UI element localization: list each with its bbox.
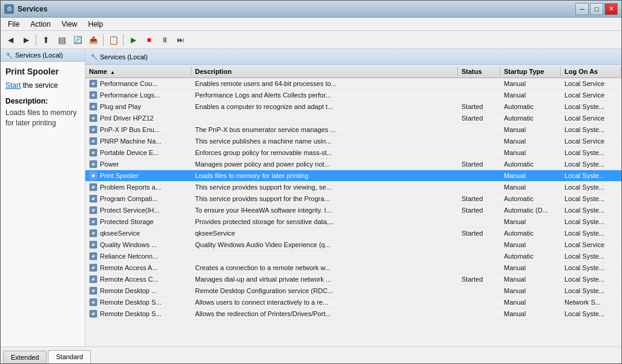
cell-name: Power (85, 159, 191, 169)
cell-name: Remote Desktop S... (85, 297, 191, 307)
cell-description: Provides protected storage for sensitive… (191, 217, 458, 226)
cell-startup: Manual (500, 171, 561, 180)
start-service-suffix: the service (21, 81, 58, 90)
selected-service-title: Print Spooler (5, 67, 80, 76)
table-row[interactable]: qkseeService qkseeService Started Automa… (85, 228, 621, 239)
cell-status (458, 187, 500, 188)
cell-logon: Local Service (561, 79, 621, 88)
stop-service-button[interactable]: ■ (142, 33, 156, 47)
menu-action[interactable]: Action (25, 19, 55, 30)
cell-startup: Manual (500, 286, 561, 295)
col-header-name[interactable]: Name ▲ (85, 67, 191, 76)
cell-status (458, 129, 500, 130)
cell-status: Started (458, 206, 500, 214)
cell-status (458, 221, 500, 222)
up-button[interactable]: ⬆ (39, 33, 53, 47)
left-panel-title: Services (Local) (15, 51, 63, 59)
tab-extended[interactable]: Extended (3, 351, 47, 363)
maximize-button[interactable]: □ (590, 3, 603, 15)
main-area: 🔧 Services (Local) Print Spooler Start t… (1, 49, 621, 346)
col-header-description[interactable]: Description (191, 67, 458, 76)
back-button[interactable]: ◀ (3, 33, 18, 47)
cell-status (458, 313, 500, 314)
table-row[interactable]: Plug and Play Enables a computer to reco… (85, 101, 621, 113)
start-service-button[interactable]: ▶ (126, 33, 141, 47)
cell-description: This service provides support for the Pr… (191, 194, 458, 203)
col-header-startup[interactable]: Startup Type (500, 67, 561, 76)
cell-startup: Manual (500, 275, 561, 283)
pause-service-button[interactable]: ⏸ (157, 33, 172, 47)
cell-status: Started (458, 229, 500, 237)
table-row[interactable]: Performance Cou... Enables remote users … (85, 78, 621, 90)
cell-status: Started (458, 102, 500, 111)
service-icon (89, 194, 98, 203)
cell-logon: Local Service (561, 137, 621, 145)
cell-logon: Local Syste... (561, 229, 621, 237)
table-row[interactable]: Protected Storage Provides protected sto… (85, 216, 621, 228)
forward-button[interactable]: ▶ (19, 33, 33, 47)
cell-startup: Automatic (500, 114, 561, 122)
cell-description: This service provides support for viewin… (191, 183, 458, 191)
table-row[interactable]: Power Manages power policy and power pol… (85, 159, 621, 170)
table-row[interactable]: Remote Desktop ... Remote Desktop Config… (85, 285, 621, 297)
minimize-button[interactable]: ─ (575, 3, 589, 15)
cell-status (458, 256, 500, 257)
table-row[interactable]: Quality Windows ... Quality Windows Audi… (85, 239, 621, 251)
title-bar: ⚙ Services ─ □ ✕ (1, 1, 621, 18)
cell-description: The PnP-X bus enumerator service manages… (191, 125, 458, 134)
col-header-status[interactable]: Status (458, 67, 500, 76)
show-hide-button[interactable]: ▤ (55, 33, 69, 47)
table-row[interactable]: Remote Desktop S... Allows the redirecti… (85, 308, 621, 320)
cell-status: Started (458, 160, 500, 168)
cell-name: Performance Logs... (85, 90, 191, 100)
cell-logon: Local Syste... (561, 309, 621, 318)
table-row[interactable]: Performance Logs... Performance Logs and… (85, 90, 621, 101)
service-icon (89, 229, 98, 237)
table-row[interactable]: Reliance Netconn... Automatic Local Syst… (85, 251, 621, 262)
cell-startup: Automatic (500, 194, 561, 203)
table-row[interactable]: Protect Service(IH... To ensure your IHe… (85, 205, 621, 216)
toolbar-sep-1 (36, 34, 36, 46)
cell-description: Allows the redirection of Printers/Drive… (191, 309, 458, 318)
table-row[interactable]: Program Compati... This service provides… (85, 193, 621, 205)
service-icon (89, 309, 98, 318)
menu-file[interactable]: File (3, 19, 24, 30)
tab-standard[interactable]: Standard (48, 350, 91, 363)
start-service-link[interactable]: Start (5, 81, 21, 90)
export-button[interactable]: 📤 (86, 33, 101, 47)
table-row[interactable]: Pml Driver HPZ12 Started Automatic Local… (85, 113, 621, 124)
table-row[interactable]: Remote Access A... Creates a connection … (85, 262, 621, 274)
cell-startup: Automatic (500, 102, 561, 111)
restart-service-button[interactable]: ⏭ (173, 33, 188, 47)
cell-name: Portable Device E... (85, 148, 191, 157)
cell-status: Started (458, 194, 500, 203)
app-icon: ⚙ (4, 4, 14, 14)
table-row[interactable]: Remote Access C... Manages dial-up and v… (85, 274, 621, 285)
refresh-button[interactable]: 🔄 (70, 33, 85, 47)
table-row[interactable]: PNRP Machine Na... This service publishe… (85, 136, 621, 147)
menu-help[interactable]: Help (84, 19, 108, 30)
table-row[interactable]: Print Spooler Loads files to memory for … (85, 170, 621, 182)
service-icon (89, 102, 98, 111)
sort-arrow-name: ▲ (110, 70, 115, 75)
cell-name: Quality Windows ... (85, 240, 191, 250)
table-body: Performance Cou... Enables remote users … (85, 78, 621, 346)
menu-view[interactable]: View (57, 19, 82, 30)
properties-button[interactable]: 📋 (106, 33, 121, 47)
cell-name: Plug and Play (85, 102, 191, 111)
left-panel-content: Print Spooler Start the service Descript… (1, 62, 85, 346)
service-icon (89, 171, 98, 180)
table-row[interactable]: PnP-X IP Bus Enu... The PnP-X bus enumer… (85, 124, 621, 136)
cell-startup: Manual (500, 217, 561, 226)
service-icon (89, 91, 98, 99)
service-icon (89, 206, 98, 214)
col-header-logon[interactable]: Log On As (561, 67, 621, 76)
cell-startup: Manual (500, 91, 561, 99)
close-button[interactable]: ✕ (604, 3, 618, 15)
service-icon (89, 286, 98, 295)
table-row[interactable]: Portable Device E... Enforces group poli… (85, 147, 621, 159)
table-row[interactable]: Problem Reports a... This service provid… (85, 182, 621, 193)
right-panel: 🔧 Services (Local) Name ▲ Description St… (85, 49, 621, 346)
table-row[interactable]: Remote Desktop S... Allows users to conn… (85, 297, 621, 308)
cell-description: Enables a computer to recognize and adap… (191, 102, 458, 111)
